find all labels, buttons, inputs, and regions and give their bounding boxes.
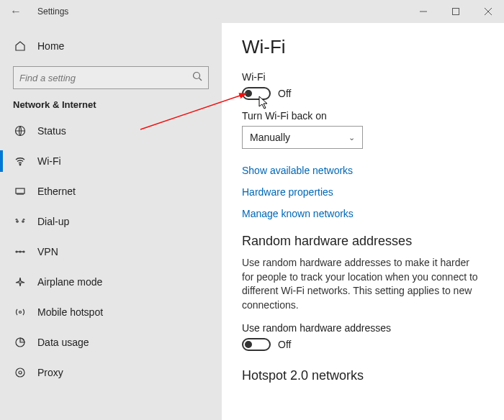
hotspot-icon — [13, 306, 27, 318]
proxy-icon — [13, 367, 27, 378]
random-hw-desc: Use random hardware addresses to make it… — [242, 256, 484, 312]
svg-rect-1 — [452, 9, 459, 15]
sidebar: Home Network & Internet Status Wi-Fi Eth… — [0, 23, 222, 420]
nav-label: VPN — [37, 246, 58, 257]
random-hw-toggle[interactable] — [242, 338, 271, 351]
titlebar: ← Settings — [0, 0, 504, 23]
back-on-dropdown[interactable]: Manually ⌄ — [242, 126, 363, 149]
vpn-icon — [13, 246, 27, 257]
link-hardware-properties[interactable]: Hardware properties — [242, 186, 484, 198]
svg-point-24 — [19, 371, 22, 374]
close-button[interactable] — [472, 0, 504, 23]
random-hw-heading: Random hardware addresses — [242, 234, 484, 249]
svg-point-14 — [17, 221, 18, 222]
svg-point-17 — [19, 251, 21, 252]
page-title: Wi-Fi — [242, 36, 484, 58]
nav-label: Status — [37, 125, 66, 137]
hotspot-heading: Hotspot 2.0 networks — [242, 368, 484, 383]
svg-rect-8 — [16, 188, 24, 193]
minimize-button[interactable] — [407, 0, 439, 23]
svg-point-18 — [23, 251, 24, 252]
nav-item-airplane[interactable]: Airplane mode — [0, 267, 222, 297]
window-title: Settings — [37, 6, 68, 17]
wifi-toggle[interactable] — [242, 87, 271, 100]
nav-item-hotspot[interactable]: Mobile hotspot — [0, 297, 222, 327]
back-on-label: Turn Wi-Fi back on — [242, 110, 484, 122]
home-label: Home — [37, 40, 64, 52]
content-pane: Wi-Fi Wi-Fi Off Turn Wi-Fi back on Manua… — [222, 23, 504, 420]
home-nav[interactable]: Home — [0, 32, 222, 60]
data-usage-icon — [13, 337, 27, 348]
random-hw-toggle-label: Use random hardware addresses — [242, 322, 484, 334]
nav-item-ethernet[interactable]: Ethernet — [0, 176, 222, 206]
dialup-icon — [13, 216, 27, 227]
nav-label: Ethernet — [37, 186, 76, 197]
svg-point-15 — [22, 221, 24, 222]
search-box[interactable] — [13, 66, 209, 89]
airplane-icon — [13, 276, 27, 288]
home-icon — [13, 40, 27, 52]
nav-label: Proxy — [37, 367, 63, 378]
search-input[interactable] — [19, 73, 192, 83]
dropdown-value: Manually — [250, 132, 290, 143]
svg-point-16 — [16, 251, 17, 252]
nav-label: Mobile hotspot — [37, 306, 103, 318]
svg-point-23 — [16, 368, 24, 377]
maximize-button[interactable] — [439, 0, 472, 23]
nav-item-status[interactable]: Status — [0, 116, 222, 146]
svg-line-5 — [199, 78, 202, 81]
wifi-icon — [13, 155, 27, 167]
svg-point-21 — [19, 311, 22, 314]
wifi-toggle-label: Wi-Fi — [242, 71, 484, 83]
wifi-toggle-state: Off — [278, 88, 291, 99]
chevron-down-icon: ⌄ — [348, 133, 355, 142]
status-icon — [13, 125, 27, 137]
svg-point-7 — [19, 164, 21, 165]
ethernet-icon — [13, 186, 27, 197]
search-icon — [192, 71, 202, 84]
section-header: Network & Internet — [0, 99, 222, 116]
nav-label: Dial-up — [37, 216, 69, 227]
nav-label: Airplane mode — [37, 276, 102, 288]
nav-item-proxy[interactable]: Proxy — [0, 357, 222, 388]
nav-item-wifi[interactable]: Wi-Fi — [0, 146, 222, 176]
nav-item-datausage[interactable]: Data usage — [0, 327, 222, 357]
nav-label: Data usage — [37, 337, 89, 348]
nav-label: Wi-Fi — [37, 155, 61, 167]
link-show-networks[interactable]: Show available networks — [242, 165, 484, 176]
nav-item-vpn[interactable]: VPN — [0, 237, 222, 267]
nav-item-dialup[interactable]: Dial-up — [0, 206, 222, 237]
link-manage-known[interactable]: Manage known networks — [242, 208, 484, 219]
random-hw-toggle-state: Off — [278, 339, 291, 350]
svg-point-4 — [194, 73, 200, 79]
back-button[interactable]: ← — [0, 5, 32, 18]
